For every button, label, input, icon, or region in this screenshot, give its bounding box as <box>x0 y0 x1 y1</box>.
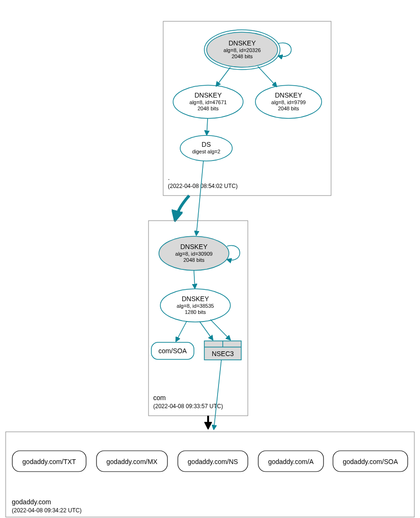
edge-rootksk-zsk1 <box>216 67 230 86</box>
root-zsk1-l2: alg=8, id=47671 <box>190 99 227 105</box>
node-gd-mx: godaddy.com/MX <box>96 451 167 472</box>
com-ksk-l2: alg=8, id=30909 <box>175 251 213 257</box>
edge-ds-comksk <box>196 161 203 235</box>
root-ds-l2: digest alg=2 <box>192 149 220 154</box>
edge-nsec3-godaddy <box>214 360 221 429</box>
node-nsec3: NSEC3 <box>204 341 241 360</box>
edge-comzsk-nsec3-a <box>200 322 213 340</box>
dnssec-diagram: . (2022-04-08 08:54:02 UTC) DNSKEY alg=8… <box>0 0 420 518</box>
com-ksk-l3: 2048 bits <box>184 257 205 263</box>
zone-com-label: com <box>153 394 166 402</box>
gd-txt-title: godaddy.com/TXT <box>22 458 76 465</box>
svg-point-4 <box>180 135 232 161</box>
root-ds-title: DS <box>201 141 210 148</box>
com-zsk-title: DNSKEY <box>182 295 209 303</box>
node-root-zsk1: DNSKEY alg=8, id=47671 2048 bits <box>173 85 243 118</box>
node-com-ksk: DNSKEY alg=8, id=30909 2048 bits <box>159 236 229 270</box>
root-zsk2-l2: alg=8, id=9799 <box>271 99 306 105</box>
zone-root-ts: (2022-04-08 08:54:02 UTC) <box>168 183 237 189</box>
edge-zsk1-ds <box>207 118 208 135</box>
zone-com-ts: (2022-04-08 09:33:57 UTC) <box>153 403 223 410</box>
com-zsk-l2: alg=8, id=38535 <box>177 303 214 309</box>
edge-comzsk-soa <box>176 321 187 341</box>
root-ksk-l2: alg=8, id=20326 <box>224 47 261 53</box>
node-com-zsk: DNSKEY alg=8, id=38535 1280 bits <box>160 289 230 322</box>
root-ksk-title: DNSKEY <box>228 39 256 47</box>
zone-root-label: . <box>168 174 170 181</box>
zone-godaddy-label: godaddy.com <box>12 498 51 506</box>
gd-mx-title: godaddy.com/MX <box>106 458 158 465</box>
root-zsk1-title: DNSKEY <box>194 91 222 99</box>
node-gd-soa: godaddy.com/SOA <box>333 451 408 472</box>
root-zsk2-title: DNSKEY <box>275 91 302 99</box>
root-zsk2-l3: 2048 bits <box>278 106 299 111</box>
edge-comzsk-nsec3-b <box>210 320 230 340</box>
root-ksk-l3: 2048 bits <box>232 54 253 59</box>
node-root-zsk2: DNSKEY alg=8, id=9799 2048 bits <box>255 85 322 118</box>
com-zsk-l3: 1280 bits <box>185 309 206 315</box>
node-root-ksk: DNSKEY alg=8, id=20326 2048 bits <box>204 30 280 70</box>
edge-root-to-com-deleg <box>175 196 189 221</box>
node-gd-txt: godaddy.com/TXT <box>12 451 86 472</box>
node-gd-ns: godaddy.com/NS <box>178 451 248 472</box>
com-soa-title: com/SOA <box>158 347 187 355</box>
zone-godaddy-box <box>6 432 414 517</box>
gd-ns-title: godaddy.com/NS <box>188 458 238 465</box>
root-zsk1-l3: 2048 bits <box>198 106 219 111</box>
node-com-soa: com/SOA <box>151 342 194 359</box>
nsec3-title: NSEC3 <box>212 350 234 357</box>
gd-soa-title: godaddy.com/SOA <box>343 458 398 465</box>
com-ksk-title: DNSKEY <box>180 243 208 250</box>
node-gd-a: godaddy.com/A <box>258 451 324 472</box>
gd-a-title: godaddy.com/A <box>268 458 314 465</box>
edge-comksk-comzsk <box>194 270 195 288</box>
edge-rootksk-zsk2 <box>258 66 277 87</box>
node-root-ds: DS digest alg=2 <box>180 135 232 161</box>
zone-godaddy-ts: (2022-04-08 09:34:22 UTC) <box>12 507 81 514</box>
